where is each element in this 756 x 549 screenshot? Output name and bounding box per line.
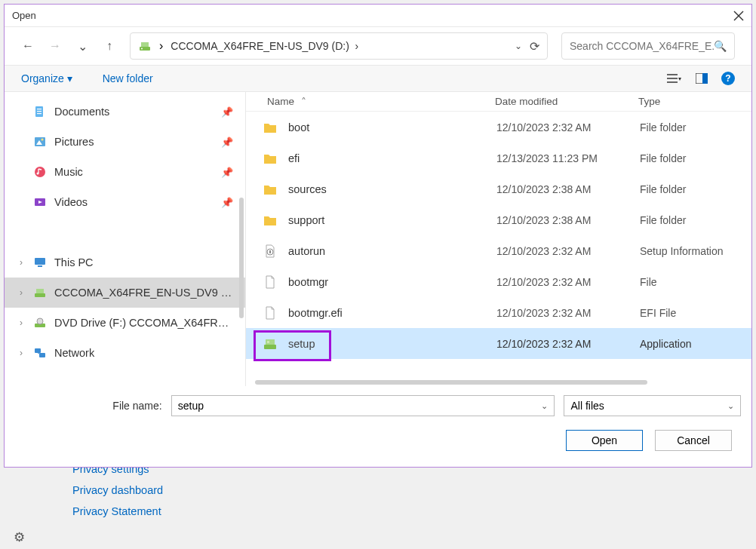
file-row[interactable]: bootmgr.efi12/10/2023 2:32 AMEFI File [246,297,751,328]
refresh-icon[interactable]: ⟳ [530,39,539,54]
filter-text: All files [570,400,727,412]
settings-gear-icon[interactable]: ⚙ [14,529,25,545]
svg-rect-14 [37,113,41,114]
toolbar: Organize ▾ New folder ▾ ? [5,65,751,92]
pictures-icon [33,135,47,149]
nav-back-button[interactable]: ← [21,39,35,53]
svg-point-19 [37,173,39,175]
folder-icon [263,213,278,228]
file-list: Name ˄ Date modified Type boot12/10/2023… [246,92,751,386]
file-type: EFI File [640,307,751,319]
file-type-filter[interactable]: All files ⌄ [564,395,741,416]
filename-dropdown-icon[interactable]: ⌄ [541,401,548,411]
svg-text:▾: ▾ [678,75,681,82]
file-row[interactable]: boot12/10/2023 2:32 AMFile folder [246,112,751,143]
search-icon[interactable]: 🔍 [714,40,727,52]
open-file-dialog: Open ← → ⌄ ↑ › CCCOMA_X64FRE_EN-US_DV9 (… [4,4,752,468]
chevron-right-icon[interactable]: › [17,348,26,358]
nav-recent-dropdown[interactable]: ⌄ [75,39,89,54]
sidebar-scrollbar[interactable] [239,198,244,318]
file-type: File [640,276,751,288]
preview-pane-icon[interactable] [696,73,708,84]
sidebar-item-videos[interactable]: Videos 📌 [5,187,245,217]
help-icon[interactable]: ? [721,72,735,85]
column-header-date[interactable]: Date modified [495,96,638,107]
view-list-icon[interactable]: ▾ [667,73,682,84]
sort-asc-icon[interactable]: ˄ [300,96,306,108]
file-row[interactable]: sources12/10/2023 2:38 AMFile folder [246,173,751,204]
search-box[interactable]: 🔍 [561,32,735,60]
column-header-name[interactable]: Name [267,96,294,107]
sidebar-label: Network [54,347,233,359]
svg-rect-25 [36,289,44,293]
file-row[interactable]: support12/10/2023 2:38 AMFile folder [246,204,751,235]
sidebar-item-documents[interactable]: Documents 📌 [5,97,245,127]
file-type: Setup Information [640,245,751,257]
open-button[interactable]: Open [566,430,643,451]
sidebar-item-dvd[interactable]: › DVD Drive (F:) CCCOMA_X64FRE_E [5,308,245,338]
file-row[interactable]: autorun12/10/2023 2:32 AMSetup Informati… [246,235,751,266]
sidebar-item-drive[interactable]: › CCCOMA_X64FRE_EN-US_DV9 (D:) [5,278,245,308]
svg-rect-35 [267,341,269,343]
new-folder-button[interactable]: New folder [103,72,153,84]
svg-rect-32 [269,250,271,253]
nav-forward-button[interactable]: → [48,39,62,53]
filename-combobox[interactable]: ⌄ [171,395,555,416]
file-date: 12/13/2023 11:23 PM [496,152,640,164]
file-row[interactable]: bootmgr12/10/2023 2:32 AMFile [246,266,751,297]
search-input[interactable] [570,40,714,52]
privacy-link-3[interactable]: Privacy Statement [72,505,163,517]
file-date: 12/10/2023 2:32 AM [496,245,640,257]
file-row[interactable]: efi12/13/2023 11:23 PMFile folder [246,143,751,173]
folder-icon [263,120,278,135]
music-icon [33,165,47,179]
file-name: support [288,214,496,226]
chevron-right-icon[interactable]: › [17,287,26,298]
file-icon [263,305,278,321]
file-date: 12/10/2023 2:32 AM [496,307,640,319]
chevron-right-icon[interactable]: › [17,257,26,268]
file-date: 12/10/2023 2:38 AM [496,183,640,195]
address-dropdown-icon[interactable]: ⌄ [515,41,522,51]
privacy-link-2[interactable]: Privacy dashboard [72,484,163,496]
file-row[interactable]: setup12/10/2023 2:32 AMApplication [246,328,751,359]
chevron-right-icon[interactable]: › [17,317,26,328]
file-name: efi [288,152,496,164]
address-bar[interactable]: › CCCOMA_X64FRE_EN-US_DV9 (D:) › ⌄ ⟳ [130,32,548,60]
filter-dropdown-icon[interactable]: ⌄ [727,401,734,411]
file-list-hscrollbar[interactable] [255,380,742,385]
sidebar-label: Videos [54,196,214,208]
svg-rect-23 [38,265,42,267]
sidebar-label: Documents [54,106,214,118]
file-date: 12/10/2023 2:32 AM [496,121,640,133]
file-name: bootmgr [288,276,496,288]
sidebar-item-thispc[interactable]: › This PC [5,247,245,278]
file-date: 12/10/2023 2:32 AM [496,276,640,288]
network-icon [33,346,47,360]
address-bar-path[interactable]: CCCOMA_X64FRE_EN-US_DV9 (D:) › [171,40,507,52]
column-header-type[interactable]: Type [638,96,751,107]
pin-icon: 📌 [221,197,233,208]
svg-point-18 [35,167,45,177]
drive-small-icon [33,286,47,299]
filename-input[interactable] [178,400,542,412]
pin-icon: 📌 [221,106,233,118]
file-name: setup [288,338,496,350]
content-area: Documents 📌 Pictures 📌 Music 📌 Videos 📌 [5,92,751,386]
cancel-button[interactable]: Cancel [655,430,732,451]
folder-icon [263,151,278,166]
close-icon[interactable] [733,11,744,21]
dvd-icon [33,316,47,330]
organize-button[interactable]: Organize ▾ [21,72,72,84]
svg-point-4 [141,48,143,50]
sidebar-item-pictures[interactable]: Pictures 📌 [5,127,245,157]
path-sep-1: › [159,39,163,53]
nav-up-button[interactable]: ↑ [103,39,116,53]
sidebar-label: Music [54,166,214,178]
sidebar-item-network[interactable]: › Network [5,338,245,368]
svg-rect-10 [702,73,708,84]
sidebar-item-music[interactable]: Music 📌 [5,157,245,187]
pin-icon: 📌 [221,136,233,148]
inf-icon [263,244,278,259]
svg-rect-28 [35,348,41,353]
